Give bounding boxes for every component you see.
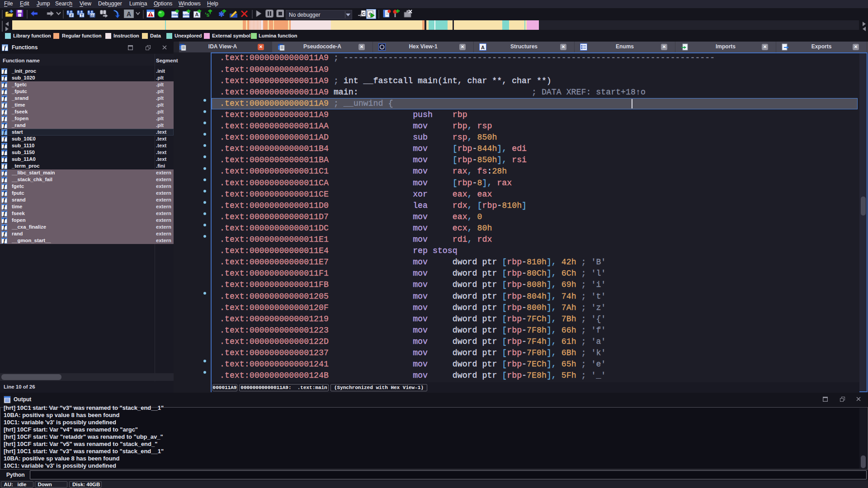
svg-text:A: A [127, 10, 131, 18]
svg-text:A: A [195, 12, 199, 17]
svg-text:DATA: DATA [183, 14, 190, 16]
svg-text:101: 101 [90, 14, 95, 17]
svg-text:T: T [80, 13, 83, 18]
svg-text:#: # [70, 13, 72, 18]
svg-text:CODE: CODE [171, 14, 179, 16]
svg-text:C: C [362, 11, 365, 16]
